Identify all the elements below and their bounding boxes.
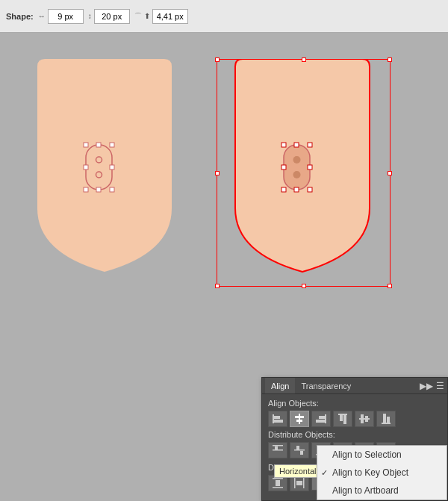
- svg-rect-32: [340, 415, 343, 421]
- svg-rect-20: [281, 165, 286, 169]
- svg-rect-42: [275, 446, 278, 450]
- svg-rect-22: [273, 414, 274, 423]
- panel-expand-icon[interactable]: ▶▶: [420, 381, 433, 391]
- toolbar: Shape: ↔ ↕ ⌒ ⬆: [0, 0, 448, 33]
- align-vcenter-btn[interactable]: [355, 411, 374, 427]
- svg-rect-18: [294, 143, 299, 147]
- align-hcenter-btn[interactable]: [290, 411, 309, 427]
- dist-top-btn[interactable]: [268, 442, 287, 458]
- svg-rect-25: [299, 414, 300, 424]
- svg-rect-40: [273, 445, 283, 446]
- svg-rect-16: [281, 187, 286, 192]
- handle-tl: [215, 57, 220, 62]
- svg-rect-41: [273, 449, 283, 451]
- svg-rect-39: [387, 417, 390, 423]
- svg-rect-44: [296, 446, 299, 449]
- align-objects-row: Horizontal Align Center: [268, 411, 441, 427]
- svg-rect-33: [343, 415, 346, 424]
- svg-rect-30: [316, 420, 325, 423]
- shape-left: [22, 59, 187, 276]
- svg-rect-4: [110, 143, 114, 147]
- svg-rect-19: [294, 187, 299, 192]
- align-top-btn[interactable]: [333, 411, 352, 427]
- width-group: ↔: [38, 9, 84, 24]
- panel-body: Align Objects:: [262, 394, 447, 500]
- corner-arrow-up: ⬆: [144, 12, 150, 20]
- panel-tab-icons: ▶▶ ☰: [420, 381, 444, 391]
- svg-rect-43: [294, 449, 305, 451]
- align-panel: Align Transparency ▶▶ ☰ Align Objects:: [261, 377, 448, 501]
- svg-rect-6: [110, 187, 114, 192]
- dropdown-item-artboard[interactable]: Align to Artboard: [317, 482, 447, 500]
- svg-rect-58: [273, 478, 283, 479]
- align-bottom-btn[interactable]: [376, 411, 396, 427]
- shape-right-selected: [220, 59, 385, 276]
- svg-rect-59: [273, 487, 283, 488]
- align-to-dropdown-menu: Align to Selection Align to Key Object A…: [317, 445, 447, 500]
- corner-input[interactable]: [152, 9, 188, 24]
- svg-rect-60: [276, 480, 280, 486]
- handle-ml: [215, 171, 220, 175]
- svg-rect-27: [296, 420, 302, 422]
- svg-rect-15: [308, 143, 312, 147]
- svg-rect-10: [110, 165, 114, 169]
- height-icon: ↕: [88, 12, 92, 20]
- tab-align[interactable]: Align: [265, 378, 295, 393]
- align-left-btn[interactable]: [268, 411, 287, 427]
- width-icon: ↔: [38, 12, 46, 20]
- svg-rect-61: [294, 478, 296, 488]
- align-objects-label: Align Objects:: [268, 399, 441, 408]
- shape-label: Shape:: [6, 12, 34, 21]
- dropdown-item-selection[interactable]: Align to Selection: [317, 446, 447, 464]
- width-input[interactable]: [48, 9, 84, 24]
- svg-rect-28: [325, 414, 326, 423]
- svg-point-13: [293, 171, 301, 178]
- handle-bm: [302, 284, 306, 288]
- svg-point-12: [293, 156, 301, 164]
- svg-rect-9: [84, 165, 88, 169]
- svg-rect-14: [281, 143, 286, 147]
- svg-rect-29: [319, 416, 325, 419]
- svg-rect-21: [308, 165, 312, 169]
- svg-rect-24: [274, 420, 283, 423]
- handle-bl: [215, 284, 220, 288]
- svg-rect-11: [284, 145, 310, 190]
- svg-rect-62: [303, 478, 305, 488]
- svg-rect-8: [96, 187, 101, 192]
- svg-rect-36: [365, 416, 368, 422]
- panel-tabs: Align Transparency ▶▶ ☰: [262, 378, 447, 394]
- svg-rect-7: [96, 143, 101, 147]
- svg-rect-17: [308, 187, 312, 192]
- height-group: ↕: [88, 9, 130, 24]
- dropdown-item-key-object[interactable]: Align to Key Object: [317, 464, 447, 482]
- svg-rect-26: [295, 416, 304, 418]
- corner-group: ⌒ ⬆: [134, 9, 188, 24]
- tab-transparency[interactable]: Transparency: [295, 378, 357, 393]
- svg-rect-23: [274, 416, 280, 419]
- corner-icon: ⌒: [134, 11, 142, 22]
- svg-rect-63: [296, 481, 302, 485]
- svg-rect-31: [338, 414, 347, 415]
- svg-rect-3: [84, 143, 88, 147]
- svg-rect-38: [383, 414, 386, 423]
- handle-br: [388, 284, 392, 288]
- svg-rect-45: [300, 451, 303, 455]
- svg-rect-35: [361, 414, 364, 423]
- align-right-btn[interactable]: [311, 411, 331, 427]
- handle-mr: [388, 171, 392, 175]
- panel-menu-icon[interactable]: ☰: [436, 381, 444, 391]
- svg-rect-37: [382, 423, 391, 424]
- height-input[interactable]: [94, 9, 130, 24]
- canvas-area: Align Transparency ▶▶ ☰ Align Objects:: [0, 33, 448, 501]
- svg-rect-5: [84, 187, 88, 192]
- handle-tr: [388, 57, 392, 62]
- distribute-objects-label: Distribute Objects:: [268, 430, 441, 439]
- dist-vcenter-btn[interactable]: [290, 442, 309, 458]
